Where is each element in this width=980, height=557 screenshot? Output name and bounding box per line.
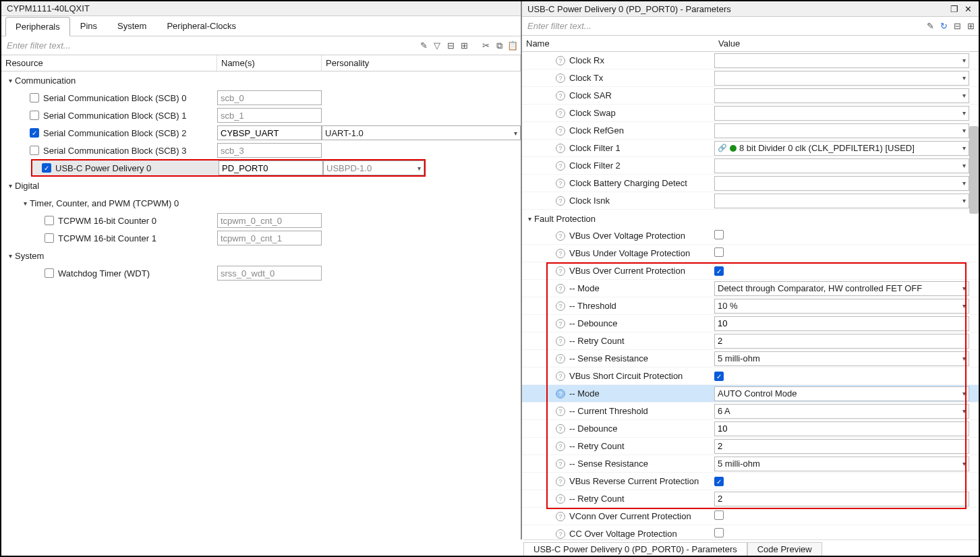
collapse-icon[interactable]: ⊞ (459, 40, 469, 51)
refresh-icon[interactable]: ↻ (938, 21, 949, 32)
value-dropdown[interactable]: 5 milli-ohm▾ (714, 351, 969, 366)
row-usbpd-highlighted[interactable]: ✓USB-C Power Delivery 0 USBPD-1.0▾ (31, 159, 426, 177)
personality-dropdown[interactable]: UART-1.0▾ (322, 125, 521, 140)
row-cnt1[interactable]: TCPWM 16-bit Counter 1 (1, 229, 521, 247)
value-dropdown[interactable]: 10 %▾ (714, 299, 969, 314)
name-input[interactable] (217, 108, 322, 123)
bottom-tab-code-preview[interactable]: Code Preview (747, 542, 822, 556)
name-input[interactable] (217, 90, 322, 105)
chevron-down-icon[interactable]: ▾ (20, 200, 30, 207)
help-icon[interactable]: ? (556, 91, 565, 100)
close-icon[interactable]: ✕ (962, 3, 973, 14)
help-icon[interactable]: ? (556, 336, 565, 346)
value-input[interactable] (714, 492, 969, 506)
help-icon[interactable]: ? (556, 249, 565, 258)
row-scb0[interactable]: Serial Communication Block (SCB) 0 (1, 89, 521, 107)
checkbox[interactable] (30, 111, 39, 120)
checkbox[interactable] (45, 268, 54, 278)
value-dropdown[interactable]: ▾ (714, 123, 969, 138)
value-dropdown[interactable]: 6 A▾ (714, 404, 969, 419)
group-communication[interactable]: ▾Communication (1, 71, 521, 89)
tab-pins[interactable]: Pins (70, 16, 107, 36)
name-input[interactable] (217, 266, 322, 281)
paste-icon[interactable]: 📋 (507, 40, 518, 51)
help-icon[interactable]: ? (556, 529, 565, 539)
checkbox[interactable] (714, 247, 724, 257)
checkbox[interactable]: ✓ (714, 372, 724, 381)
checkbox[interactable] (714, 510, 724, 520)
help-icon[interactable]: ? (556, 389, 565, 399)
help-icon[interactable]: ? (556, 144, 565, 153)
checkbox[interactable] (45, 233, 54, 243)
tab-system[interactable]: System (107, 16, 156, 36)
help-icon[interactable]: ? (556, 56, 565, 65)
value-dropdown[interactable]: Detect through Comparator, HW controlled… (714, 281, 969, 296)
help-icon[interactable]: ? (556, 319, 565, 328)
chevron-down-icon[interactable]: ▾ (5, 182, 15, 189)
value-input[interactable] (714, 421, 969, 436)
help-icon[interactable]: ? (556, 442, 565, 451)
help-icon[interactable]: ? (556, 494, 565, 504)
row-scb3[interactable]: Serial Communication Block (SCB) 3 (1, 142, 521, 159)
help-icon[interactable]: ? (556, 477, 565, 486)
help-icon[interactable]: ? (556, 126, 565, 136)
tab-peripherals[interactable]: Peripherals (5, 17, 70, 36)
chevron-down-icon[interactable]: ▾ (5, 77, 15, 84)
value-dropdown[interactable]: ▾ (714, 194, 969, 208)
checkbox[interactable] (714, 528, 724, 537)
col-param-value[interactable]: Value (718, 38, 975, 49)
personality-dropdown[interactable]: USBPD-1.0▾ (323, 160, 424, 175)
value-dropdown[interactable]: 5 milli-ohm▾ (714, 457, 969, 471)
expand-icon[interactable]: ⊟ (952, 21, 962, 32)
value-dropdown[interactable]: ▾ (714, 158, 969, 173)
name-input[interactable] (217, 143, 322, 158)
help-icon[interactable]: ? (556, 109, 565, 118)
left-filter-input[interactable] (4, 38, 415, 53)
checkbox[interactable]: ✓ (30, 128, 39, 138)
col-personality[interactable]: Personality (322, 55, 521, 71)
checkbox[interactable]: ✓ (714, 266, 724, 276)
help-icon[interactable]: ? (556, 424, 565, 434)
value-dropdown[interactable]: 🔗8 bit Divider 0 clk (CLK_PDFILTER1) [US… (714, 141, 969, 156)
collapse-icon[interactable]: ⊞ (965, 21, 976, 32)
row-cnt0[interactable]: TCPWM 16-bit Counter 0 (1, 212, 521, 229)
name-input[interactable] (217, 213, 322, 228)
help-icon[interactable]: ? (556, 231, 565, 241)
tab-periph-clocks[interactable]: Peripheral-Clocks (156, 16, 246, 36)
value-dropdown[interactable]: ▾ (714, 176, 969, 191)
help-icon[interactable]: ? (556, 459, 565, 469)
help-icon[interactable]: ? (556, 266, 565, 276)
name-input[interactable] (217, 125, 322, 140)
help-icon[interactable]: ? (556, 179, 565, 188)
eraser-icon[interactable]: ✎ (418, 40, 429, 51)
help-icon[interactable]: ? (556, 196, 565, 206)
group-system[interactable]: ▾System (1, 247, 521, 264)
chevron-down-icon[interactable]: ▾ (525, 215, 534, 223)
scrollbar-thumb[interactable] (969, 126, 979, 214)
value-dropdown[interactable]: AUTO Control Mode▾ (714, 386, 969, 401)
bottom-tab-parameters[interactable]: USB-C Power Delivery 0 (PD_PORT0) - Para… (523, 542, 747, 556)
help-icon[interactable]: ? (556, 372, 565, 381)
checkbox[interactable] (714, 230, 724, 239)
help-icon[interactable]: ? (556, 301, 565, 311)
checkbox[interactable] (30, 93, 39, 102)
help-icon[interactable]: ? (556, 284, 565, 293)
restore-icon[interactable]: ❐ (949, 3, 960, 14)
group-fault-protection[interactable]: ▾ Fault Protection (522, 210, 979, 227)
help-icon[interactable]: ? (556, 354, 565, 363)
help-icon[interactable]: ? (556, 407, 565, 416)
expand-icon[interactable]: ⊟ (445, 40, 456, 51)
row-scb1[interactable]: Serial Communication Block (SCB) 1 (1, 107, 521, 124)
col-resource[interactable]: Resource (1, 55, 217, 71)
row-scb2[interactable]: ✓Serial Communication Block (SCB) 2 UART… (1, 124, 521, 142)
value-input[interactable] (714, 439, 969, 454)
right-filter-input[interactable] (525, 18, 922, 34)
group-tcpwm[interactable]: ▾Timer, Counter, and PWM (TCPWM) 0 (1, 194, 521, 212)
group-digital[interactable]: ▾Digital (1, 177, 521, 194)
cut-icon[interactable]: ✂ (480, 40, 491, 51)
checkbox[interactable]: ✓ (42, 163, 51, 173)
value-dropdown[interactable]: ▾ (714, 106, 969, 121)
copy-icon[interactable]: ⧉ (494, 40, 505, 51)
value-input[interactable] (714, 334, 969, 349)
value-dropdown[interactable]: ▾ (714, 53, 969, 68)
